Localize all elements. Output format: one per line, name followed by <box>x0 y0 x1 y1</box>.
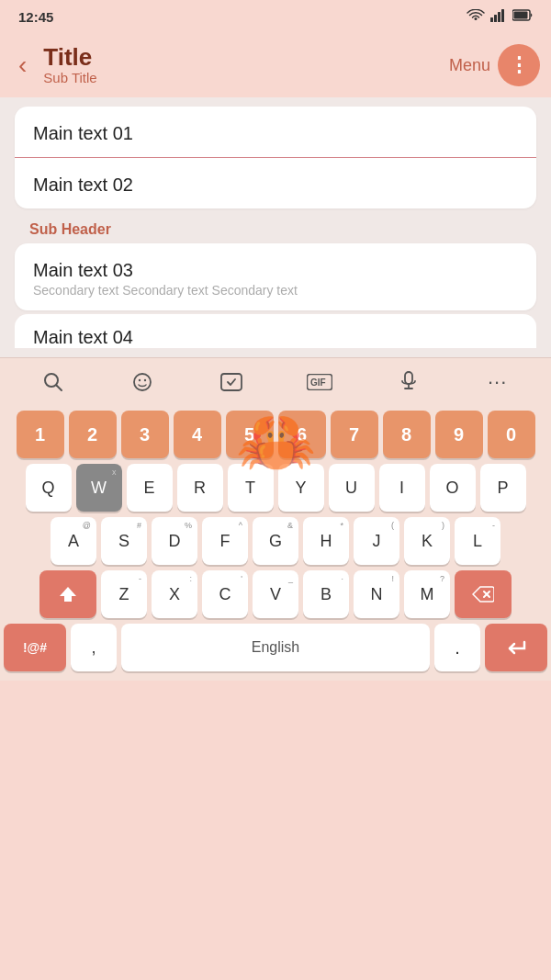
key-2[interactable]: 2 <box>69 411 117 458</box>
key-7[interactable]: 7 <box>331 411 378 458</box>
key-o[interactable]: O <box>430 464 476 512</box>
mic-toolbar-button[interactable] <box>387 364 431 400</box>
keyboard: 1 2 3 4 5 6 7 8 9 0 Q xW E R T Y U I O P… <box>0 405 551 681</box>
list-item-4-partial: Main text 04 <box>15 314 536 348</box>
key-5[interactable]: 5 <box>226 411 274 458</box>
main-text-1: Main text 01 <box>33 123 518 144</box>
signal-icon <box>490 9 507 25</box>
svg-rect-5 <box>514 12 528 19</box>
main-text-2: Main text 02 <box>33 175 518 196</box>
svg-rect-2 <box>498 12 500 22</box>
key-n[interactable]: !N <box>354 570 399 618</box>
gif-toolbar-button[interactable]: GIF <box>298 364 342 400</box>
svg-point-10 <box>144 378 146 380</box>
space-button[interactable]: English <box>121 624 430 671</box>
status-icons <box>467 9 533 25</box>
key-1[interactable]: 1 <box>17 411 64 458</box>
key-z[interactable]: -Z <box>101 570 147 618</box>
keyboard-toolbar: GIF ··· <box>0 357 551 405</box>
key-x[interactable]: :X <box>152 570 197 618</box>
zxcv-row: -Z :X 'C _V ·B !N ?M <box>4 570 547 618</box>
asdf-row: @A #S %D ^F &G *H (J )K -L <box>4 517 547 565</box>
key-c[interactable]: 'C <box>202 570 248 618</box>
key-f[interactable]: ^F <box>202 517 248 565</box>
status-bar: 12:45 <box>0 0 551 33</box>
key-w[interactable]: xW <box>76 464 122 512</box>
more-toolbar-button[interactable]: ··· <box>476 364 520 400</box>
key-6[interactable]: 6 <box>278 411 326 458</box>
key-0[interactable]: 0 <box>488 411 535 458</box>
svg-point-9 <box>139 378 141 380</box>
menu-label[interactable]: Menu <box>449 56 490 75</box>
key-p[interactable]: P <box>480 464 526 512</box>
key-k[interactable]: )K <box>404 517 450 565</box>
key-l[interactable]: -L <box>455 517 500 565</box>
battery-icon <box>512 9 533 24</box>
secondary-text-3: Secondary text Secondary text Secondary … <box>33 283 518 298</box>
key-e[interactable]: E <box>127 464 173 512</box>
svg-text:GIF: GIF <box>310 377 326 388</box>
svg-rect-11 <box>221 374 242 390</box>
sticker-toolbar-button[interactable] <box>209 364 253 400</box>
key-i[interactable]: I <box>379 464 425 512</box>
list-card-1: Main text 01 Main text 02 <box>15 107 536 208</box>
app-subtitle: Sub Title <box>43 70 449 86</box>
key-m[interactable]: ?M <box>404 570 450 618</box>
status-time: 12:45 <box>18 9 53 25</box>
key-r[interactable]: R <box>177 464 223 512</box>
enter-button[interactable] <box>485 624 547 671</box>
svg-rect-0 <box>490 17 493 22</box>
list-item-3: Main text 03 Secondary text Secondary te… <box>15 243 536 310</box>
key-b[interactable]: ·B <box>303 570 349 618</box>
key-9[interactable]: 9 <box>435 411 483 458</box>
wifi-icon <box>467 9 485 25</box>
special-chars-button[interactable]: !@# <box>4 624 66 671</box>
menu-area: Menu ⋮ <box>449 44 540 86</box>
title-group: Title Sub Title <box>43 44 449 87</box>
bottom-row: !@# , English . <box>4 624 547 671</box>
shift-button[interactable] <box>39 570 96 618</box>
key-3[interactable]: 3 <box>121 411 169 458</box>
list-card-2: Main text 03 Secondary text Secondary te… <box>15 243 536 310</box>
backspace-button[interactable] <box>455 570 512 618</box>
svg-line-7 <box>57 385 62 390</box>
key-8[interactable]: 8 <box>383 411 431 458</box>
key-v[interactable]: _V <box>253 570 298 618</box>
key-u[interactable]: U <box>329 464 375 512</box>
key-h[interactable]: *H <box>303 517 349 565</box>
content-area: Main text 01 Main text 02 Sub Header Mai… <box>0 97 551 357</box>
dots-menu-button[interactable]: ⋮ <box>498 44 540 86</box>
key-a[interactable]: @A <box>51 517 96 565</box>
key-j[interactable]: (J <box>354 517 399 565</box>
main-text-3: Main text 03 <box>33 260 518 281</box>
key-d[interactable]: %D <box>152 517 197 565</box>
svg-rect-3 <box>501 9 504 22</box>
app-bar: ‹ Title Sub Title Menu ⋮ <box>0 33 551 97</box>
key-comma[interactable]: , <box>71 624 117 671</box>
svg-rect-1 <box>494 15 497 22</box>
key-y[interactable]: Y <box>278 464 324 512</box>
search-toolbar-button[interactable] <box>31 364 75 400</box>
key-period[interactable]: . <box>434 624 480 671</box>
list-item-2: Main text 02 <box>15 158 536 208</box>
key-t[interactable]: T <box>228 464 274 512</box>
emoji-toolbar-button[interactable] <box>120 364 164 400</box>
back-button[interactable]: ‹ <box>11 49 34 82</box>
key-q[interactable]: Q <box>26 464 72 512</box>
key-4[interactable]: 4 <box>174 411 221 458</box>
key-g[interactable]: &G <box>253 517 298 565</box>
main-text-4: Main text 04 <box>33 327 518 348</box>
key-s[interactable]: #S <box>101 517 147 565</box>
app-title: Title <box>43 44 449 71</box>
num-row: 1 2 3 4 5 6 7 8 9 0 <box>4 411 547 458</box>
sub-header: Sub Header <box>15 212 536 243</box>
list-item-1: Main text 01 <box>15 107 536 158</box>
qwerty-row: Q xW E R T Y U I O P <box>4 464 547 512</box>
svg-rect-14 <box>405 372 412 384</box>
svg-point-8 <box>134 374 151 390</box>
